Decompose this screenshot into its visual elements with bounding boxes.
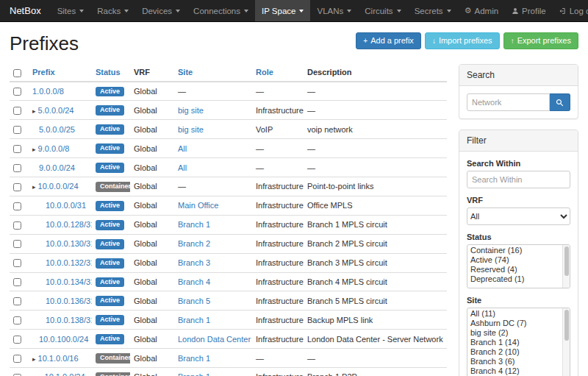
row-checkbox[interactable]: [13, 278, 21, 286]
role-cell: Infrastructure: [252, 177, 304, 196]
table-row: 10.0.0.132/31ActiveGlobalBranch 3Infrast…: [10, 253, 447, 272]
filter-option[interactable]: big site (2): [467, 328, 562, 338]
select-all-checkbox[interactable]: [13, 69, 21, 77]
row-checkbox[interactable]: [13, 355, 21, 363]
nav-item-sites[interactable]: Sites: [51, 0, 91, 21]
status-filter-list[interactable]: Container (16)Active (74)Reserved (4)Dep…: [467, 244, 570, 288]
filter-label-site: Site: [467, 296, 570, 305]
user-icon: [512, 7, 519, 15]
row-checkbox[interactable]: [13, 88, 21, 96]
prefix-link[interactable]: 10.0.0.128/31: [46, 220, 92, 229]
chevron-down-icon: [347, 10, 351, 13]
search-input[interactable]: [467, 93, 550, 111]
row-checkbox[interactable]: [13, 126, 21, 134]
button-label: Import prefixes: [439, 36, 492, 46]
scrollbar-thumb[interactable]: [564, 310, 569, 341]
row-checkbox[interactable]: [13, 336, 21, 344]
site-link[interactable]: All: [178, 144, 187, 153]
nav-item-vlans[interactable]: VLANs: [310, 0, 358, 21]
prefix-link[interactable]: 10.0.0.134/31: [46, 277, 92, 286]
site-link[interactable]: Branch 1: [178, 354, 210, 363]
nav-item-racks[interactable]: Racks: [90, 0, 135, 21]
site-link[interactable]: big site: [178, 125, 204, 134]
prefix-link[interactable]: 10.0.0.130/31: [46, 239, 92, 248]
nav-profile[interactable]: Profile: [505, 0, 553, 21]
prefix-link[interactable]: 10.0.0.132/31: [46, 258, 92, 267]
site-link[interactable]: Branch 1: [178, 316, 210, 324]
expand-arrow-icon[interactable]: ▸: [32, 183, 36, 191]
search-within-input[interactable]: [467, 171, 570, 188]
row-checkbox[interactable]: [13, 183, 21, 191]
prefix-link[interactable]: 10.0.0.0/31: [46, 201, 86, 210]
row-checkbox[interactable]: [13, 240, 21, 248]
expand-arrow-icon[interactable]: ▸: [32, 146, 36, 153]
scrollbar[interactable]: [562, 245, 570, 288]
scrollbar[interactable]: [562, 308, 570, 376]
site-link[interactable]: Branch 1: [178, 372, 210, 376]
site-link[interactable]: Main Office: [178, 201, 218, 210]
prefix-link[interactable]: 9.0.0.0/8: [38, 144, 70, 153]
filter-option[interactable]: Branch 4 (12): [467, 366, 562, 376]
filter-option[interactable]: All (11): [467, 309, 562, 319]
export-prefixes-button[interactable]: ↑Export prefixes: [503, 32, 578, 49]
nav-log-out[interactable]: Log out: [553, 0, 588, 21]
site-link[interactable]: big site: [178, 106, 204, 115]
site-link[interactable]: Branch 4: [178, 277, 210, 286]
filter-option[interactable]: Branch 3 (6): [467, 357, 562, 366]
column-header-prefix[interactable]: Prefix: [29, 64, 92, 82]
vrf-select[interactable]: All: [467, 207, 570, 225]
add-a-prefix-button[interactable]: +Add a prefix: [356, 32, 421, 49]
site-link[interactable]: All: [178, 163, 187, 172]
filter-option[interactable]: Branch 2 (10): [467, 347, 562, 357]
prefix-link[interactable]: 10.0.0.136/31: [46, 297, 92, 305]
nav-item-devices[interactable]: Devices: [135, 0, 187, 21]
site-link[interactable]: London Data Center: [178, 335, 251, 344]
row-checkbox[interactable]: [13, 107, 21, 115]
nav-item-circuits[interactable]: Circuits: [358, 0, 407, 21]
filter-option[interactable]: Active (74): [467, 255, 562, 265]
row-checkbox[interactable]: [13, 221, 21, 230]
row-checkbox[interactable]: [13, 316, 21, 324]
scrollbar-thumb[interactable]: [564, 246, 569, 276]
filter-option[interactable]: Branch 1 (14): [467, 338, 562, 347]
nav-admin[interactable]: ⚙Admin: [458, 0, 505, 21]
column-header-status[interactable]: Status: [92, 64, 130, 82]
site-link[interactable]: Branch 2: [178, 239, 210, 248]
nav-item-connections[interactable]: Connections: [187, 0, 255, 21]
prefix-link[interactable]: 1.0.0.0/8: [32, 87, 64, 96]
row-select-cell: [10, 349, 29, 368]
site-filter-list[interactable]: All (11)Ashburn DC (7)big site (2)Branch…: [467, 308, 570, 376]
filter-option[interactable]: Deprecated (1): [467, 274, 562, 284]
site-link[interactable]: Branch 1: [178, 220, 210, 229]
filter-option[interactable]: Ashburn DC (7): [467, 319, 562, 328]
prefix-link[interactable]: 10.0.100.0/24: [39, 335, 88, 344]
prefix-link[interactable]: 5.0.0.0/24: [38, 106, 74, 115]
prefix-link[interactable]: 10.1.0.0/24: [45, 372, 85, 376]
prefix-link[interactable]: 10.0.0.138/31: [46, 316, 92, 324]
prefix-link[interactable]: 10.0.0.0/24: [38, 182, 79, 191]
site-cell: Branch 5: [174, 291, 252, 311]
import-prefixes-button[interactable]: ↓Import prefixes: [425, 32, 500, 49]
filter-option[interactable]: Reserved (4): [467, 265, 562, 274]
search-button[interactable]: [550, 93, 570, 111]
prefix-link[interactable]: 9.0.0.0/24: [39, 163, 75, 172]
row-checkbox[interactable]: [13, 164, 21, 172]
row-checkbox[interactable]: [13, 202, 21, 210]
nav-item-ip-space[interactable]: IP Space: [255, 0, 310, 21]
site-cell: Branch 1: [174, 311, 252, 330]
column-header-role[interactable]: Role: [252, 64, 304, 82]
app-brand[interactable]: NetBox: [0, 0, 51, 21]
nav-item-secrets[interactable]: Secrets: [408, 0, 458, 21]
prefix-link[interactable]: 5.0.0.0/25: [39, 125, 75, 134]
site-link[interactable]: Branch 5: [178, 297, 210, 305]
expand-arrow-icon[interactable]: ▸: [32, 107, 36, 115]
prefix-link[interactable]: 10.1.0.0/16: [38, 354, 79, 363]
row-checkbox[interactable]: [13, 297, 21, 305]
filter-option[interactable]: Container (16): [467, 246, 562, 255]
row-checkbox[interactable]: [13, 145, 21, 153]
nav-item-label: Secrets: [415, 7, 443, 15]
site-link[interactable]: Branch 3: [178, 258, 210, 267]
row-checkbox[interactable]: [13, 259, 21, 267]
expand-arrow-icon[interactable]: ▸: [32, 355, 36, 363]
column-header-site[interactable]: Site: [174, 64, 252, 82]
